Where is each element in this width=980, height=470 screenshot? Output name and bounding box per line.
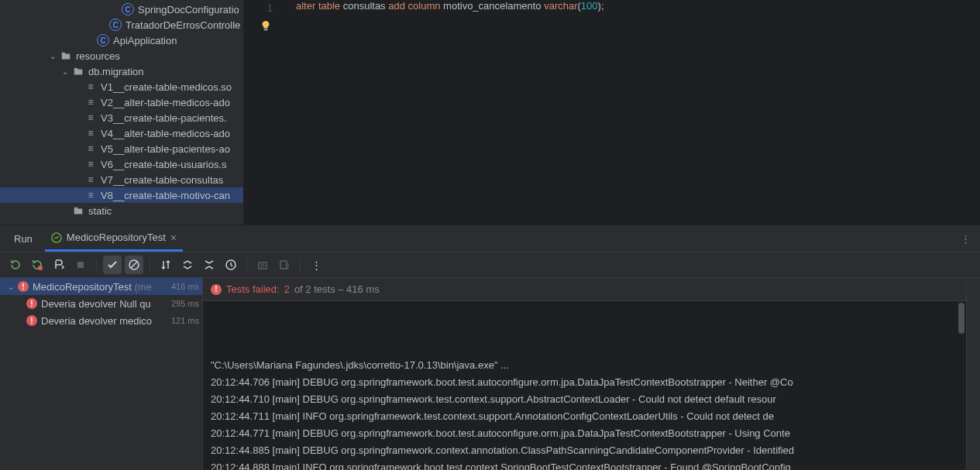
tree-label: TratadorDeErrosControlle bbox=[126, 19, 240, 31]
sql-file-icon: ≡ bbox=[84, 173, 97, 186]
sql-file-icon: ≡ bbox=[84, 189, 97, 201]
test-row[interactable]: !Deveria devolver medico121 ms bbox=[0, 312, 202, 329]
separator bbox=[150, 258, 150, 272]
tab-medico-repository-test[interactable]: MedicoRepositoryTest × bbox=[45, 225, 183, 252]
tree-label: V1__create-table-medicos.so bbox=[101, 81, 232, 93]
test-duration: 121 ms bbox=[171, 316, 199, 325]
code-content[interactable]: alter table consultas add column motivo_… bbox=[287, 0, 604, 15]
tree-label: V8__create-table-motivo-can bbox=[101, 190, 230, 201]
folder-icon bbox=[72, 65, 84, 77]
rerun-button[interactable] bbox=[6, 256, 25, 274]
history-button[interactable] bbox=[222, 256, 240, 274]
test-name: Deveria devolver Null qu bbox=[41, 298, 171, 310]
console: ! Tests failed: 2 of 2 tests – 416 ms "C… bbox=[203, 278, 966, 470]
collapse-button[interactable] bbox=[200, 256, 218, 274]
sql-file-icon: ≡ bbox=[84, 142, 97, 155]
panel-options-icon[interactable]: ⋮ bbox=[961, 233, 972, 245]
svg-line-5 bbox=[131, 262, 137, 268]
test-duration: 416 ms bbox=[171, 282, 199, 291]
svg-rect-9 bbox=[280, 261, 287, 269]
line-number: 1 bbox=[244, 0, 287, 15]
test-name: MedicoRepositoryTest (me bbox=[33, 281, 171, 293]
tree-item[interactable]: CTratadorDeErrosControlle bbox=[0, 17, 243, 33]
class-icon: C bbox=[122, 3, 134, 15]
tree-item[interactable]: ≡V3__create-table-pacientes. bbox=[0, 110, 243, 125]
error-icon: ! bbox=[26, 315, 37, 326]
tree-item[interactable]: ≡V8__create-table-motivo-can bbox=[0, 187, 243, 203]
fail-rest: of 2 tests – 416 ms bbox=[294, 283, 380, 295]
tree-item[interactable]: CSpringDocConfiguratio bbox=[0, 2, 243, 17]
sql-file-icon: ≡ bbox=[84, 81, 97, 93]
tree-label: ApiApplication bbox=[113, 35, 177, 46]
svg-rect-7 bbox=[259, 262, 266, 269]
tree-item[interactable]: ≡V6__create-table-usuarios.s bbox=[0, 156, 243, 172]
tree-label: static bbox=[88, 205, 112, 217]
test-name: Deveria devolver medico bbox=[41, 315, 171, 327]
tree-item[interactable]: ⌄resources bbox=[0, 48, 243, 63]
close-icon[interactable]: × bbox=[170, 232, 177, 244]
tree-item[interactable]: ≡V1__create-table-medicos.so bbox=[0, 79, 243, 94]
fail-count: 2 bbox=[284, 283, 290, 295]
intention-bulb-icon[interactable] bbox=[244, 15, 287, 31]
separator bbox=[300, 258, 301, 272]
tab-label: MedicoRepositoryTest bbox=[67, 232, 166, 243]
class-icon: C bbox=[97, 34, 109, 46]
expand-button[interactable] bbox=[178, 256, 197, 274]
tree-label: V2__alter-table-medicos-ado bbox=[101, 97, 230, 108]
show-ignored-button[interactable] bbox=[125, 256, 143, 274]
svg-point-8 bbox=[261, 264, 264, 267]
class-icon: C bbox=[109, 19, 122, 31]
code-editor[interactable]: 1 alter table consultas add column motiv… bbox=[244, 0, 980, 225]
test-tree[interactable]: ⌄!MedicoRepositoryTest (me416 ms!Deveria… bbox=[0, 278, 203, 470]
svg-rect-3 bbox=[77, 262, 84, 268]
folder-icon bbox=[60, 50, 72, 62]
scrollbar[interactable] bbox=[958, 303, 965, 334]
tree-item[interactable]: ≡V5__alter-table-pacientes-ao bbox=[0, 141, 243, 156]
tree-item[interactable]: CApiApplication bbox=[0, 33, 243, 48]
sql-file-icon: ≡ bbox=[84, 127, 97, 139]
tree-item[interactable]: ≡V7__create-table-consultas bbox=[0, 172, 243, 187]
show-passed-button[interactable] bbox=[103, 256, 122, 274]
sort-button[interactable] bbox=[156, 256, 175, 274]
stop-button[interactable] bbox=[71, 256, 90, 274]
tree-item[interactable]: static bbox=[0, 203, 243, 218]
tree-label: V6__create-table-usuarios.s bbox=[101, 159, 227, 170]
svg-rect-0 bbox=[263, 29, 267, 30]
error-icon: ! bbox=[26, 298, 37, 309]
tree-label: resources bbox=[76, 50, 120, 62]
run-tool-label[interactable]: Run bbox=[8, 233, 39, 245]
error-icon: ! bbox=[18, 281, 29, 292]
chevron-down-icon: ⌄ bbox=[8, 283, 15, 291]
test-row[interactable]: !Deveria devolver Null qu295 ms bbox=[0, 295, 202, 312]
chevron-down-icon: ⌄ bbox=[62, 67, 70, 76]
tree-label: V4__alter-table-medicos-ado bbox=[101, 128, 230, 139]
test-duration: 295 ms bbox=[171, 299, 199, 308]
test-row[interactable]: ⌄!MedicoRepositoryTest (me416 ms bbox=[0, 278, 202, 295]
spring-icon bbox=[51, 232, 62, 243]
project-tree[interactable]: CSpringDocConfiguratioCTratadorDeErrosCo… bbox=[0, 0, 244, 225]
tree-item[interactable]: ≡V4__alter-table-medicos-ado bbox=[0, 125, 243, 141]
tree-label: SpringDocConfiguratio bbox=[138, 4, 239, 15]
tree-label: V3__create-table-pacientes. bbox=[101, 112, 227, 124]
chevron-down-icon: ⌄ bbox=[50, 52, 57, 60]
more-icon[interactable]: ⋮ bbox=[307, 256, 325, 274]
tree-label: V7__create-table-consultas bbox=[101, 174, 223, 186]
export-button[interactable] bbox=[275, 256, 294, 274]
right-gutter bbox=[966, 278, 980, 470]
folder-icon bbox=[72, 204, 84, 217]
tree-item[interactable]: ⌄db.migration bbox=[0, 63, 243, 79]
sql-file-icon: ≡ bbox=[84, 158, 97, 170]
rerun-failed-button[interactable] bbox=[28, 256, 46, 274]
test-toolbar: ⋮ bbox=[0, 252, 980, 278]
sql-file-icon: ≡ bbox=[84, 96, 97, 108]
fail-icon: ! bbox=[211, 284, 222, 295]
import-button[interactable] bbox=[253, 256, 272, 274]
toggle-auto-button[interactable] bbox=[50, 256, 68, 274]
separator bbox=[96, 258, 97, 272]
log-output[interactable]: "C:\Users\Mariana Fagundes\.jdks\corrett… bbox=[203, 301, 966, 470]
tree-item[interactable]: ≡V2__alter-table-medicos-ado bbox=[0, 94, 243, 110]
test-result-header: ! Tests failed: 2 of 2 tests – 416 ms bbox=[203, 278, 966, 301]
fail-prefix: Tests failed: bbox=[226, 283, 280, 295]
sql-file-icon: ≡ bbox=[84, 111, 97, 124]
svg-point-2 bbox=[38, 266, 43, 270]
